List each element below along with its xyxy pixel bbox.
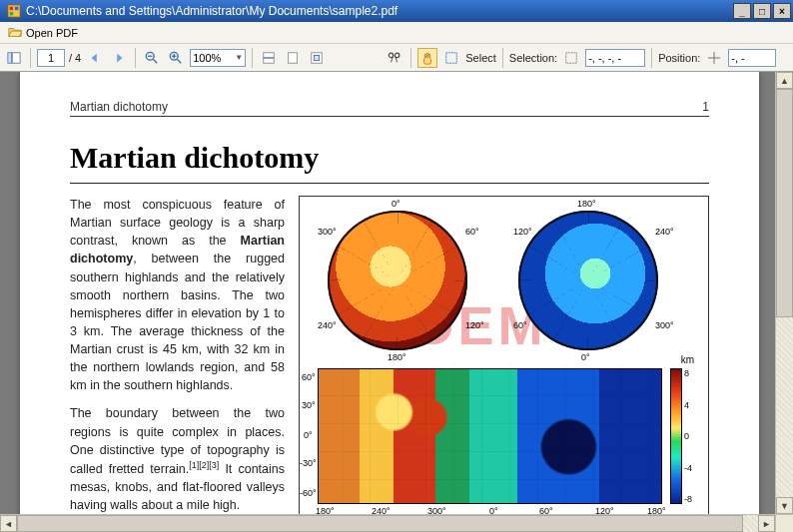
title-bar: C:\Documents and Settings\Administrator\… <box>0 0 793 22</box>
divider <box>252 48 253 68</box>
page-number-input[interactable] <box>37 49 65 67</box>
globe-right <box>518 211 658 350</box>
svg-rect-18 <box>315 55 320 60</box>
scroll-down-button[interactable]: ▼ <box>776 497 793 514</box>
zoom-out-button[interactable] <box>142 48 162 68</box>
p1-post: , between the rugged southern highlands … <box>70 252 285 392</box>
prev-page-button[interactable] <box>85 48 105 68</box>
body-columns: The most conspicuous feature of Martian … <box>70 196 709 514</box>
globe-label: 120° <box>513 227 532 237</box>
svg-rect-5 <box>8 52 12 63</box>
zoom-value: 100% <box>193 52 221 64</box>
select-tool-button[interactable] <box>441 48 461 68</box>
scale-tick: -4 <box>684 463 698 473</box>
window-title: C:\Documents and Settings\Administrator\… <box>26 4 731 18</box>
scale-tick: -8 <box>684 494 698 504</box>
open-pdf-label: Open PDF <box>26 27 78 39</box>
fit-page-button[interactable] <box>283 48 303 68</box>
hscroll-track[interactable] <box>17 515 758 532</box>
select-label: Select <box>465 52 496 64</box>
body-text: The most conspicuous feature of Martian … <box>70 196 285 514</box>
zoom-in-button[interactable] <box>166 48 186 68</box>
divider <box>30 48 31 68</box>
zoom-select[interactable]: 100% ▼ <box>190 49 246 67</box>
color-scale: 8 4 0 -4 -8 <box>670 368 698 504</box>
svg-rect-6 <box>12 52 20 63</box>
figure: DEMO 0° 180° 300° 60° 120° 240° 240° 120… <box>299 196 709 514</box>
svg-point-20 <box>396 53 399 57</box>
svg-rect-24 <box>566 52 577 63</box>
globe-left <box>328 211 467 350</box>
horizontal-scrollbar[interactable]: ◄ ► <box>0 514 775 532</box>
running-head-title: Martian dichotomy <box>70 100 168 114</box>
document-viewport[interactable]: Martian dichotomy 1 Martian dichotomy Th… <box>0 72 775 514</box>
divider <box>135 48 136 68</box>
scroll-right-button[interactable]: ► <box>758 515 775 532</box>
vscroll-track[interactable] <box>776 89 793 497</box>
scroll-left-button[interactable]: ◄ <box>0 515 17 532</box>
find-button[interactable] <box>385 48 404 68</box>
running-head-page: 1 <box>702 100 709 114</box>
scroll-up-button[interactable]: ▲ <box>776 72 793 89</box>
crosshair-icon <box>704 48 724 68</box>
map-xtick: 60° <box>539 506 553 514</box>
hscroll-thumb[interactable] <box>17 515 743 532</box>
globe-label: 240° <box>318 320 337 330</box>
globe-label: 240° <box>655 227 674 237</box>
map-xtick: 120° <box>595 506 614 514</box>
divider <box>502 48 503 68</box>
hand-tool-button[interactable] <box>417 48 437 68</box>
svg-line-11 <box>178 59 182 63</box>
pdf-page: Martian dichotomy 1 Martian dichotomy Th… <box>20 72 759 514</box>
svg-rect-4 <box>15 12 19 16</box>
map-ytick: 0° <box>304 430 313 440</box>
svg-point-19 <box>390 53 394 57</box>
position-value: -, - <box>731 52 744 64</box>
globe-label: 180° <box>577 199 596 209</box>
paragraph-2: The boundary between the two regions is … <box>70 404 285 514</box>
paragraph-1: The most conspicuous feature of Martian … <box>70 196 285 394</box>
folder-open-icon <box>8 25 22 41</box>
page-total-label: / 4 <box>69 52 81 64</box>
scale-tick: 0 <box>684 431 698 441</box>
scale-tick: 4 <box>684 400 698 410</box>
map-xtick: 180° <box>316 506 335 514</box>
vscroll-thumb[interactable] <box>776 89 793 317</box>
vertical-scrollbar[interactable]: ▲ ▼ <box>775 72 793 514</box>
globe-label: 180° <box>388 352 406 362</box>
color-scale-labels: 8 4 0 -4 -8 <box>682 368 698 504</box>
globe-label: 300° <box>655 320 674 330</box>
title-rule <box>70 183 709 184</box>
map-xtick: 240° <box>372 506 391 514</box>
minimize-button[interactable]: _ <box>733 3 751 19</box>
svg-rect-3 <box>10 12 14 16</box>
elevation-map <box>318 368 662 504</box>
globe-label: 300° <box>318 227 337 237</box>
svg-rect-23 <box>446 52 457 63</box>
actual-size-button[interactable] <box>307 48 327 68</box>
selection-value: -, -, -, - <box>588 52 621 64</box>
next-page-button[interactable] <box>109 48 129 68</box>
window-buttons: _ □ × <box>731 3 791 19</box>
globe-label: 60° <box>513 320 527 330</box>
divider <box>651 48 652 68</box>
map-ytick: 60° <box>302 372 316 382</box>
running-head: Martian dichotomy 1 <box>70 100 709 117</box>
fit-width-button[interactable] <box>259 48 279 68</box>
sidebar-toggle-icon[interactable] <box>4 48 24 68</box>
globe-label: 60° <box>465 227 479 237</box>
divider <box>410 48 411 68</box>
selection-readout: -, -, -, - <box>585 49 645 67</box>
scale-tick: 8 <box>684 368 698 378</box>
close-button[interactable]: × <box>773 3 791 19</box>
p2-refs: [1][2][3] <box>189 460 219 470</box>
selection-label: Selection: <box>509 52 557 64</box>
scale-unit: km <box>681 354 694 365</box>
maximize-button[interactable]: □ <box>753 3 771 19</box>
selection-icon <box>561 48 581 68</box>
position-readout: -, - <box>728 49 776 67</box>
map-ytick: -60° <box>300 488 317 498</box>
open-pdf-menu[interactable]: Open PDF <box>4 23 82 43</box>
scroll-corner <box>775 514 793 532</box>
color-scale-bar <box>670 368 682 504</box>
